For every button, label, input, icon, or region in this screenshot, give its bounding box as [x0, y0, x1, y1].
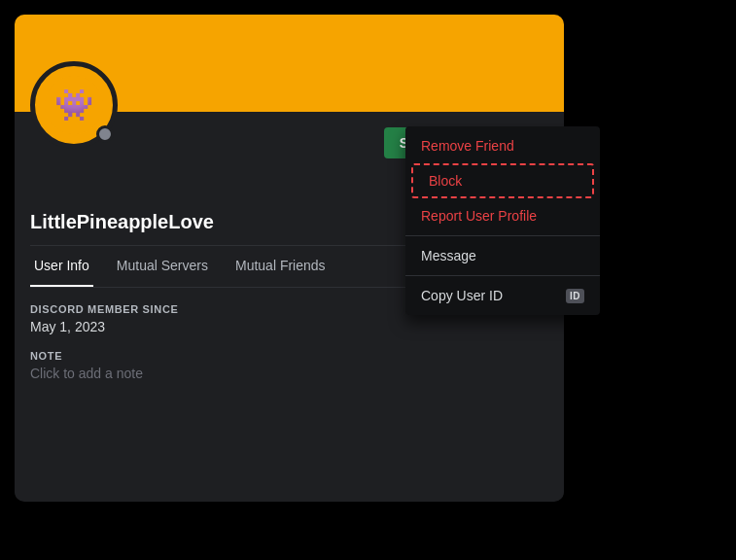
context-menu: Remove Friend Block Report User Profile … [405, 126, 600, 315]
menu-item-report-user-profile[interactable]: Report User Profile [405, 200, 600, 231]
menu-divider-2 [405, 275, 600, 276]
menu-item-block[interactable]: Block [413, 165, 592, 196]
menu-item-copy-user-id[interactable]: Copy User ID ID [405, 280, 600, 311]
status-indicator [96, 125, 114, 143]
tab-mutual-friends[interactable]: Mutual Friends [231, 246, 330, 287]
discord-logo-icon: 👾 [45, 76, 103, 134]
id-badge: ID [566, 289, 584, 303]
remove-friend-label: Remove Friend [421, 138, 514, 154]
copy-user-id-label: Copy User ID [421, 288, 503, 303]
svg-text:👾: 👾 [54, 86, 94, 124]
block-label: Block [429, 173, 462, 189]
tab-user-info[interactable]: User Info [30, 246, 93, 287]
menu-divider [405, 235, 600, 236]
note-field[interactable]: Click to add a note [30, 366, 548, 381]
profile-body: DISCORD MEMBER SINCE May 1, 2023 NOTE Cl… [15, 288, 564, 502]
member-since-value: May 1, 2023 [30, 319, 548, 334]
menu-item-remove-friend[interactable]: Remove Friend [405, 130, 600, 161]
report-user-profile-label: Report User Profile [421, 208, 537, 224]
menu-item-message[interactable]: Message [405, 240, 600, 271]
tab-mutual-servers[interactable]: Mutual Servers [113, 246, 212, 287]
avatar-wrapper: 👾 [30, 61, 118, 149]
message-label: Message [421, 248, 476, 263]
block-highlight: Block [411, 163, 594, 198]
note-label: NOTE [30, 350, 548, 362]
